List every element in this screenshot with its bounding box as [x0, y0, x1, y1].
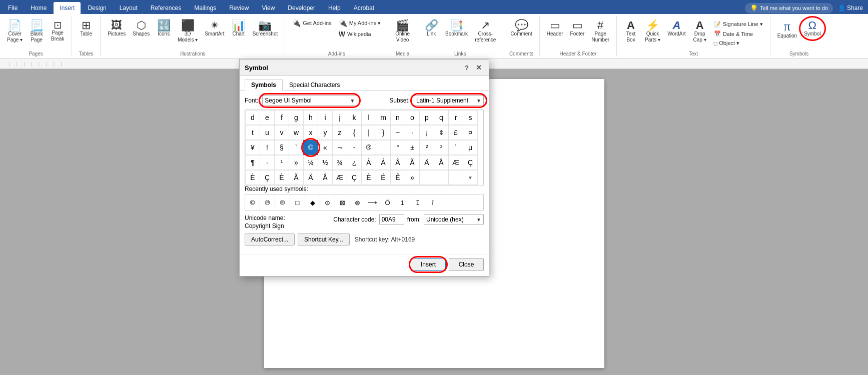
- link-button[interactable]: 🔗 Link: [421, 18, 441, 39]
- symbol-cell-plusminus[interactable]: ±: [405, 140, 420, 155]
- 3d-models-button[interactable]: ⬛ 3DModels ▾: [175, 18, 201, 45]
- shortcut-key-button[interactable]: Shortcut Key...: [298, 234, 350, 246]
- symbol-cell-raquo[interactable]: »: [289, 155, 304, 170]
- tab-insert[interactable]: Insert: [54, 2, 81, 14]
- symbol-cell-d[interactable]: d: [245, 110, 260, 125]
- symbol-cell-quarter[interactable]: ¼: [303, 155, 318, 170]
- symbol-cell-s[interactable]: s: [463, 110, 478, 125]
- symbol-cell-egrave[interactable]: È: [245, 170, 260, 185]
- tab-design[interactable]: Design: [82, 2, 112, 14]
- share-button[interactable]: 👤Share: [838, 4, 863, 12]
- symbol-cell-v[interactable]: v: [274, 125, 289, 140]
- symbol-cell-excl[interactable]: ¡: [419, 125, 434, 140]
- symbol-cell-section[interactable]: §: [274, 140, 289, 155]
- tab-home[interactable]: Home: [25, 2, 53, 14]
- symbol-cell-raquo2[interactable]: »: [405, 170, 420, 185]
- symbol-cell-copyright[interactable]: ©: [303, 140, 318, 155]
- comment-button[interactable]: 💬 Comment: [507, 18, 535, 39]
- cover-page-button[interactable]: 📄 CoverPage ▾: [4, 18, 26, 45]
- tab-layout[interactable]: Layout: [114, 2, 144, 14]
- recent-soundrec[interactable]: ℗: [260, 195, 275, 210]
- tab-review[interactable]: Review: [223, 2, 255, 14]
- recent-otimes[interactable]: ⊗: [350, 195, 365, 210]
- from-select[interactable]: Unicode (hex) ▼: [424, 214, 484, 224]
- symbol-cell-z[interactable]: z: [332, 125, 347, 140]
- symbol-cell-agrave[interactable]: À: [361, 155, 376, 170]
- drop-cap-button[interactable]: A DropCap ▾: [690, 18, 710, 45]
- symbol-cell-auml2[interactable]: Ä: [303, 170, 318, 185]
- symbol-cell-atilde[interactable]: Ã: [405, 155, 420, 170]
- recent-one[interactable]: 1: [395, 195, 410, 210]
- char-code-input[interactable]: [379, 214, 404, 224]
- symbol-cell-egrave2[interactable]: È: [274, 170, 289, 185]
- quick-parts-button[interactable]: ⚡ QuickParts ▾: [642, 18, 663, 45]
- symbol-cell-ecirc[interactable]: Ê: [390, 170, 405, 185]
- symbol-cell-sp3[interactable]: [419, 170, 434, 185]
- symbol-cell-i[interactable]: i: [318, 110, 333, 125]
- symbol-cell-half[interactable]: ½: [318, 155, 333, 170]
- symbol-cell-y[interactable]: y: [318, 125, 333, 140]
- symbol-cell-pipe[interactable]: |: [361, 125, 376, 140]
- symbol-cell-currency[interactable]: ¤: [463, 125, 478, 140]
- symbol-cell-yen[interactable]: ¥: [245, 140, 260, 155]
- symbol-cell-w[interactable]: w: [289, 125, 304, 140]
- dialog-close-button[interactable]: ✕: [474, 62, 484, 72]
- symbol-cell-n[interactable]: n: [390, 110, 405, 125]
- symbol-cell-ccedil3[interactable]: Ç: [347, 170, 362, 185]
- page-number-button[interactable]: # PageNumber: [588, 18, 612, 45]
- symbol-cell-rbrace[interactable]: }: [376, 125, 391, 140]
- symbol-cell-u[interactable]: u: [260, 125, 275, 140]
- autocorrect-button[interactable]: AutoCorrect...: [245, 234, 295, 246]
- text-box-button[interactable]: A TextBox: [621, 18, 641, 45]
- symbol-cell-aring[interactable]: Å: [434, 155, 449, 170]
- subset-select[interactable]: Latin-1 Supplement ▼: [414, 96, 484, 106]
- symbol-cell-q[interactable]: q: [434, 110, 449, 125]
- recent-registered[interactable]: ®: [275, 195, 290, 210]
- symbol-cell-cent[interactable]: ¢: [434, 125, 449, 140]
- symbol-cell-sup1[interactable]: ¹: [274, 155, 289, 170]
- get-addins-button[interactable]: 🔌 Get Add-ins: [289, 18, 334, 28]
- symbol-cell-backtick[interactable]: `: [289, 140, 304, 155]
- symbol-cell-f[interactable]: f: [274, 110, 289, 125]
- tell-me-input[interactable]: 💡 Tell me what you want to do: [745, 3, 833, 14]
- symbol-cell-r[interactable]: r: [448, 110, 463, 125]
- symbol-cell-x[interactable]: x: [303, 125, 318, 140]
- cross-reference-button[interactable]: ↗ Cross-reference: [472, 18, 499, 45]
- table-button[interactable]: ⊞ Table: [76, 18, 96, 39]
- symbol-cell-sup3[interactable]: ³: [434, 140, 449, 155]
- shapes-button[interactable]: ⬡ Shapes: [130, 18, 153, 39]
- font-select[interactable]: Segoe UI Symbol ▼: [262, 96, 357, 106]
- equation-button[interactable]: π Equation: [774, 18, 800, 41]
- symbol-cell-k[interactable]: k: [347, 110, 362, 125]
- symbol-cell-tilde[interactable]: ~: [390, 125, 405, 140]
- chart-button[interactable]: 📊 Chart: [229, 18, 249, 39]
- symbol-cell-atilde2[interactable]: Ã: [289, 170, 304, 185]
- tab-acrobat[interactable]: Acrobat: [348, 2, 380, 14]
- online-video-button[interactable]: 🎬 OnlineVideo: [392, 18, 413, 45]
- tab-symbols[interactable]: Symbols: [245, 79, 283, 90]
- smartart-button[interactable]: ✴ SmartArt: [202, 18, 227, 39]
- symbol-cell-sp5[interactable]: [448, 170, 463, 185]
- signature-line-button[interactable]: 📝 Signature Line ▾: [711, 20, 766, 28]
- symbol-cell-dot[interactable]: ·: [405, 125, 420, 140]
- symbol-cell-exclmark[interactable]: !: [260, 140, 275, 155]
- symbol-cell-not[interactable]: ¬: [332, 140, 347, 155]
- symbol-cell-aacute[interactable]: Á: [376, 155, 391, 170]
- recent-diamond[interactable]: ◆: [305, 195, 320, 210]
- wikipedia-button[interactable]: W Wikipedia: [336, 29, 384, 39]
- symbol-cell-acute[interactable]: ´: [448, 140, 463, 155]
- symbol-cell-o[interactable]: o: [405, 110, 420, 125]
- symbol-cell-scroll[interactable]: ▼: [463, 170, 478, 185]
- symbol-cell-sp2[interactable]: [376, 140, 391, 155]
- tab-file[interactable]: File: [2, 2, 24, 14]
- tab-special-characters[interactable]: Special Characters: [283, 79, 346, 90]
- symbol-cell-j[interactable]: j: [332, 110, 347, 125]
- symbol-cell-reg[interactable]: ®: [361, 140, 376, 155]
- symbol-cell-l[interactable]: l: [361, 110, 376, 125]
- symbol-cell-para[interactable]: ¶: [245, 155, 260, 170]
- symbol-cell-ccedil[interactable]: Ç: [463, 155, 478, 170]
- symbol-cell-p[interactable]: p: [419, 110, 434, 125]
- symbol-cell-ccedil2[interactable]: Ç: [260, 170, 275, 185]
- bookmark-button[interactable]: 📑 Bookmark: [442, 18, 471, 39]
- symbol-cell-acirc[interactable]: Â: [390, 155, 405, 170]
